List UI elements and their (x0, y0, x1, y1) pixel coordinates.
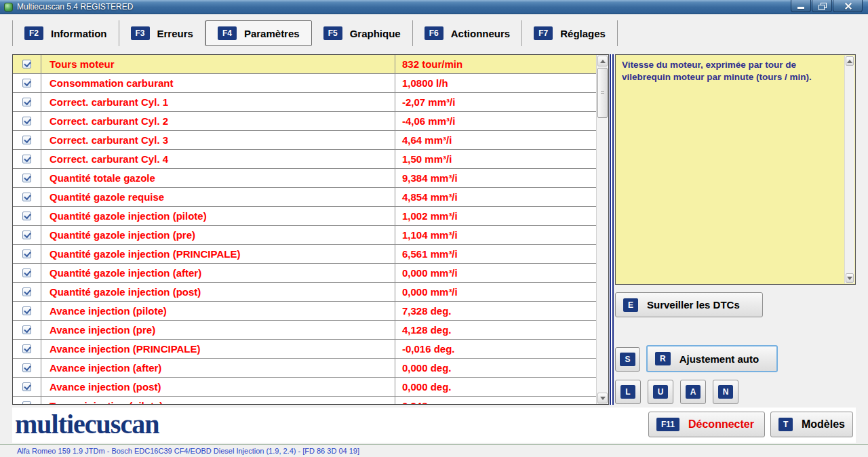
row-checkbox[interactable] (22, 401, 31, 404)
row-checkbox[interactable] (22, 344, 31, 353)
vehicle-status-text: Alfa Romeo 159 1.9 JTDm - Bosch EDC16C39… (17, 447, 359, 455)
row-checkbox[interactable] (22, 212, 31, 220)
row-checkbox[interactable] (22, 60, 31, 68)
u-key-badge: U (653, 385, 669, 399)
a-key-button[interactable]: A (680, 380, 706, 404)
tab-reglages[interactable]: F7 Réglages (522, 20, 618, 46)
models-button[interactable]: T Modèles (770, 412, 853, 437)
f7-key-badge: F7 (534, 26, 553, 40)
auto-adjust-label: Ajustement auto (679, 353, 760, 365)
row-checkbox[interactable] (22, 306, 31, 315)
table-row[interactable]: Avance injection (post) 0,000 deg. (13, 378, 596, 397)
footer-bar: multiecuscan F11 Déconnecter T Modèles (12, 408, 856, 443)
minimize-button[interactable] (791, 0, 811, 12)
row-checkbox[interactable] (22, 117, 31, 125)
restore-button[interactable] (812, 0, 832, 12)
row-checkbox[interactable] (22, 287, 31, 296)
table-row[interactable]: Quantité gazole requise 4,854 mm³/i (13, 188, 596, 207)
row-checkbox[interactable] (22, 79, 31, 87)
table-row[interactable]: Quantité gazole injection (pre) 1,104 mm… (13, 226, 596, 245)
window-controls (790, 0, 863, 12)
f6-key-badge: F6 (425, 26, 443, 40)
desc-scroll-down-button[interactable] (846, 273, 854, 283)
row-value: 9,384 mm³/i (395, 172, 596, 184)
panel-divider (610, 54, 614, 405)
table-row[interactable]: Quantité gazole injection (PRINCIPALE) 6… (13, 245, 596, 264)
row-name: Avance injection (post) (41, 378, 395, 396)
arrow-down-icon (847, 277, 852, 280)
scrollbar-thumb[interactable] (597, 68, 608, 118)
table-row[interactable]: Correct. carburant Cyl. 1 -2,07 mm³/i (13, 93, 596, 112)
row-value: 0,000 deg. (395, 362, 596, 374)
row-name: Avance injection (pilote) (41, 302, 395, 320)
tab-graphique[interactable]: F5 Graphique (312, 20, 413, 46)
row-checkbox[interactable] (22, 193, 31, 201)
row-checkbox-cell (13, 340, 41, 358)
row-checkbox[interactable] (22, 98, 31, 106)
row-checkbox[interactable] (22, 250, 31, 258)
tab-information[interactable]: F2 Information (13, 20, 119, 46)
table-row[interactable]: Quantité totale gazole 9,384 mm³/i (13, 169, 596, 188)
table-row[interactable]: Consommation carburant 1,0800 l/h (13, 74, 596, 93)
row-checkbox-cell (13, 321, 41, 339)
table-row[interactable]: Correct. carburant Cyl. 2 -4,06 mm³/i (13, 112, 596, 131)
n-key-badge: N (718, 385, 734, 399)
row-value: 1,0800 l/h (395, 77, 596, 89)
row-checkbox[interactable] (22, 363, 31, 372)
table-row[interactable]: Correct. carburant Cyl. 4 1,50 mm³/i (13, 150, 596, 169)
row-checkbox[interactable] (22, 269, 31, 277)
table-scrollbar[interactable] (596, 55, 608, 404)
table-row[interactable]: Avance injection (after) 0,000 deg. (13, 359, 596, 378)
parameter-rows: Tours moteur 832 tour/min Consommation c… (13, 55, 596, 404)
close-button[interactable] (833, 0, 863, 12)
f2-key-badge: F2 (24, 26, 43, 40)
table-row[interactable]: Avance injection (PRINCIPALE) -0,016 deg… (13, 340, 596, 359)
table-row[interactable]: Correct. carburant Cyl. 3 4,64 mm³/i (13, 131, 596, 150)
f11-key-badge: F11 (656, 418, 679, 431)
table-row[interactable]: Quantité gazole injection (post) 0,000 m… (13, 283, 596, 302)
monitor-dtcs-button[interactable]: E Surveiller les DTCs (615, 292, 763, 317)
table-row[interactable]: Tours moteur 832 tour/min (13, 55, 596, 74)
table-row[interactable]: Quantité gazole injection (pilote) 1,002… (13, 207, 596, 226)
row-checkbox[interactable] (22, 136, 31, 144)
row-checkbox[interactable] (22, 155, 31, 163)
row-name: Quantité gazole injection (post) (41, 283, 395, 301)
l-key-button[interactable]: L (615, 380, 641, 404)
r-key-badge: R (655, 352, 671, 365)
app-window: Multiecuscan 5.4 REGISTERED F2 Informati… (0, 0, 868, 457)
tab-parametres[interactable]: F4 Paramètres (205, 20, 312, 46)
row-checkbox[interactable] (22, 382, 31, 391)
disconnect-button[interactable]: F11 Déconnecter (648, 412, 765, 437)
tab-actionneurs[interactable]: F6 Actionneurs (413, 20, 523, 46)
scroll-up-button[interactable] (597, 56, 608, 66)
row-checkbox[interactable] (22, 231, 31, 239)
u-key-button[interactable]: U (648, 380, 673, 404)
table-row[interactable]: Quantité gazole injection (after) 0,000 … (13, 264, 596, 283)
tab-erreurs[interactable]: F3 Erreurs (119, 20, 205, 46)
row-checkbox[interactable] (22, 174, 31, 182)
description-scrollbar[interactable] (844, 56, 854, 283)
scroll-down-button[interactable] (597, 393, 608, 403)
arrow-up-icon (600, 60, 606, 63)
table-row[interactable]: Avance injection (pre) 4,128 deg. (13, 321, 596, 340)
s-key-button[interactable]: S (615, 347, 640, 372)
desc-scroll-up-button[interactable] (846, 56, 854, 66)
row-value: 4,854 mm³/i (395, 191, 596, 203)
s-key-badge: S (620, 353, 635, 366)
row-value: 0,348 ms (395, 400, 596, 404)
tab-erreurs-label: Erreurs (157, 28, 193, 39)
table-row[interactable]: Avance injection (pilote) 7,328 deg. (13, 302, 596, 321)
table-row[interactable]: Temps injection (pilote) 0,348 ms (13, 397, 596, 404)
monitor-dtcs-label: Surveiller les DTCs (647, 299, 740, 311)
row-name: Quantité totale gazole (41, 169, 395, 187)
window-title: Multiecuscan 5.4 REGISTERED (17, 2, 133, 12)
row-name: Correct. carburant Cyl. 4 (41, 150, 395, 168)
row-checkbox[interactable] (22, 325, 31, 334)
row-name: Consommation carburant (41, 74, 395, 92)
row-value: -0,016 deg. (395, 343, 596, 355)
n-key-button[interactable]: N (713, 380, 738, 404)
row-name: Correct. carburant Cyl. 1 (41, 93, 395, 111)
auto-adjust-button[interactable]: R Ajustement auto (646, 345, 778, 372)
row-value: -2,07 mm³/i (395, 96, 596, 108)
models-label: Modèles (802, 418, 845, 431)
